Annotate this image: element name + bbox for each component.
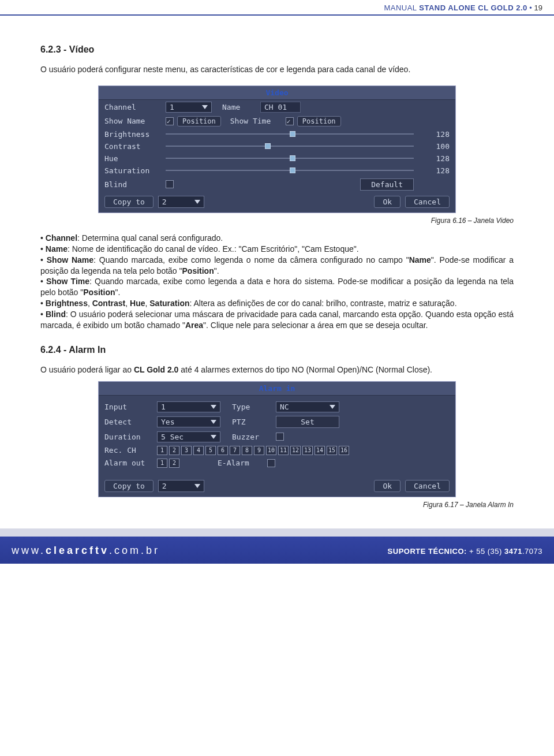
ok-button[interactable]: Ok	[374, 480, 400, 492]
rec-ch-10[interactable]: 10	[266, 446, 276, 455]
footer-url: www.clearcftv.com.br	[12, 545, 160, 557]
chevron-down-icon	[194, 484, 200, 488]
doc-title-light: MANUAL	[384, 3, 419, 12]
rec-ch-8[interactable]: 8	[242, 446, 252, 455]
rec-ch-4[interactable]: 4	[193, 446, 204, 455]
label-channel: Channel	[104, 103, 162, 111]
input-select[interactable]: 1	[157, 401, 220, 412]
brightness-slider[interactable]	[166, 131, 414, 137]
page-footer: www.clearcftv.com.br SUPORTE TÉCNICO: + …	[0, 528, 554, 564]
figure-caption-alarm: Figura 6.17 – Janela Alarm In	[40, 501, 514, 509]
contrast-slider[interactable]	[166, 143, 414, 149]
label-show-name: Show Name	[104, 117, 162, 125]
show-time-position-button[interactable]: Position	[297, 116, 341, 126]
rec-ch-11[interactable]: 11	[278, 446, 289, 455]
doc-title-bold: STAND ALONE CL GOLD 2.0	[419, 3, 527, 12]
type-select[interactable]: NC	[276, 401, 339, 412]
saturation-value: 128	[417, 166, 450, 175]
rec-ch-16[interactable]: 16	[339, 446, 349, 455]
ptz-set-button[interactable]: Set	[276, 416, 339, 428]
channel-select[interactable]: 1	[166, 102, 212, 113]
saturation-slider[interactable]	[166, 167, 414, 173]
rec-ch-2[interactable]: 2	[169, 446, 179, 455]
copy-to-channel-select[interactable]: 2	[158, 196, 204, 208]
cancel-button[interactable]: Cancel	[405, 196, 450, 208]
rec-ch-15[interactable]: 15	[327, 446, 337, 455]
rec-channels-row: 12345678910111213141516	[157, 446, 349, 455]
rec-ch-14[interactable]: 14	[315, 446, 325, 455]
copy-to-button[interactable]: Copy to	[104, 196, 154, 208]
show-name-position-button[interactable]: Position	[177, 116, 221, 126]
hue-value: 128	[417, 154, 450, 163]
label-brightness: Brightness	[104, 130, 162, 139]
show-time-checkbox[interactable]	[286, 117, 294, 125]
default-button[interactable]: Default	[360, 178, 414, 191]
rec-ch-5[interactable]: 5	[205, 446, 216, 455]
chevron-down-icon	[211, 420, 216, 424]
label-rec-ch: Rec. CH	[104, 446, 154, 455]
video-settings-panel: Video Channel 1 Name CH 01 Show Name Pos…	[98, 85, 456, 213]
buzzer-checkbox[interactable]	[276, 433, 284, 441]
chevron-down-icon	[211, 405, 216, 409]
rec-ch-12[interactable]: 12	[290, 446, 301, 455]
label-e-alarm: E-Alarm	[218, 459, 264, 467]
document-header: MANUAL STAND ALONE CL GOLD 2.0 • 19	[0, 0, 554, 16]
alarm-settings-panel: Alarm in Input 1 Type NC Detect Yes PTZ …	[98, 381, 456, 497]
blind-checkbox[interactable]	[166, 180, 174, 188]
chevron-down-icon	[202, 105, 208, 109]
label-hue: Hue	[104, 154, 162, 163]
section-intro-alarm: O usuário poderá ligar ao CL Gold 2.0 at…	[40, 364, 514, 375]
show-name-checkbox[interactable]	[166, 117, 174, 125]
chevron-down-icon	[330, 405, 335, 409]
video-panel-title: Video	[99, 86, 455, 100]
ok-button[interactable]: Ok	[374, 196, 400, 208]
contrast-value: 100	[417, 142, 450, 151]
rec-ch-13[interactable]: 13	[302, 446, 313, 455]
figure-caption-video: Figura 6.16 – Janela Video	[40, 217, 514, 225]
label-saturation: Saturation	[104, 166, 162, 175]
label-blind: Blind	[104, 180, 162, 189]
label-name: Name	[222, 103, 257, 111]
hue-slider[interactable]	[166, 155, 414, 161]
rec-ch-7[interactable]: 7	[230, 446, 240, 455]
rec-ch-9[interactable]: 9	[254, 446, 264, 455]
copy-to-button[interactable]: Copy to	[104, 480, 154, 492]
alarm-out-row: 12	[157, 459, 179, 468]
section-heading-video: 6.2.3 - Vídeo	[40, 44, 514, 55]
brightness-value: 128	[417, 130, 450, 139]
label-contrast: Contrast	[104, 142, 162, 151]
detect-select[interactable]: Yes	[157, 416, 220, 427]
label-duration: Duration	[104, 433, 154, 441]
page-number: 19	[534, 3, 542, 12]
name-input[interactable]: CH 01	[260, 102, 301, 113]
section-heading-alarm: 6.2.4 - Alarm In	[40, 345, 514, 355]
cancel-button[interactable]: Cancel	[405, 480, 450, 492]
rec-ch-3[interactable]: 3	[181, 446, 192, 455]
label-ptz: PTZ	[232, 418, 272, 426]
label-type: Type	[232, 403, 272, 411]
video-definitions-list: Channel: Determina qual canal será confi…	[40, 233, 514, 331]
label-show-time: Show Time	[230, 117, 282, 125]
alarm-out-2[interactable]: 2	[169, 459, 179, 468]
section-intro-video: O usuário poderá configurar neste menu, …	[40, 64, 514, 75]
chevron-down-icon	[194, 200, 200, 204]
rec-ch-6[interactable]: 6	[218, 446, 228, 455]
chevron-down-icon	[211, 435, 216, 439]
duration-select[interactable]: 5 Sec	[157, 431, 220, 442]
label-buzzer: Buzzer	[232, 433, 272, 441]
label-input: Input	[104, 403, 154, 411]
alarm-panel-title: Alarm in	[99, 382, 455, 396]
e-alarm-checkbox[interactable]	[267, 459, 275, 467]
footer-support: SUPORTE TÉCNICO: + 55 (35) 3471.7073	[388, 547, 542, 556]
rec-ch-1[interactable]: 1	[157, 446, 167, 455]
copy-to-channel-select[interactable]: 2	[158, 480, 204, 492]
alarm-out-1[interactable]: 1	[157, 459, 167, 468]
label-alarm-out: Alarm out	[104, 459, 154, 467]
label-detect: Detect	[104, 418, 154, 426]
